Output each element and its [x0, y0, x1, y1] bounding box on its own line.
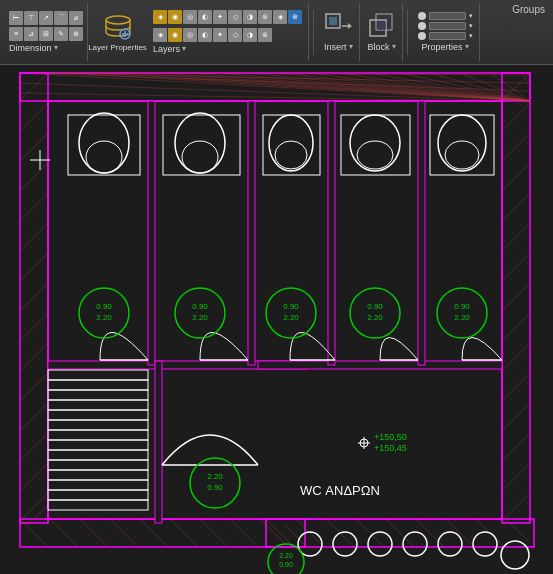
- layer-icon-4[interactable]: ◐: [198, 10, 212, 24]
- properties-controls: ▾ ▾ ▾: [418, 12, 473, 40]
- layer-icon-5[interactable]: ✦: [213, 10, 227, 24]
- svg-text:0.90: 0.90: [96, 302, 112, 311]
- svg-line-47: [20, 433, 48, 461]
- toolbar-group-properties: ▾ ▾ ▾ Properties ▾: [412, 3, 480, 61]
- svg-line-72: [140, 519, 168, 547]
- svg-line-35: [20, 73, 48, 101]
- svg-rect-137: [48, 430, 148, 440]
- layer-icon-17[interactable]: ◑: [243, 28, 257, 42]
- svg-line-69: [50, 519, 78, 547]
- wc-label: WC ΑΝΔΡΩΝ: [300, 483, 380, 498]
- dim-icon-9[interactable]: ✎: [54, 27, 68, 41]
- svg-rect-88: [48, 101, 502, 519]
- layer-icon-1[interactable]: ◈: [153, 10, 167, 24]
- block-icon: [368, 12, 396, 40]
- dim-icon-5[interactable]: ⌀: [69, 11, 83, 25]
- svg-line-43: [20, 313, 48, 341]
- svg-rect-92: [248, 101, 255, 365]
- svg-line-80: [296, 519, 324, 547]
- svg-line-17: [20, 93, 480, 101]
- svg-line-56: [502, 193, 530, 221]
- insert-label-row: Insert ▾: [324, 42, 353, 53]
- properties-label: Properties: [422, 42, 463, 53]
- dim-icon-1[interactable]: ⊢: [9, 11, 23, 25]
- svg-line-49: [20, 493, 48, 521]
- layer-icon-8[interactable]: ⊛: [258, 10, 272, 24]
- dim-icon-7[interactable]: ⊿: [24, 27, 38, 41]
- svg-line-42: [20, 283, 48, 311]
- svg-point-159: [268, 544, 304, 574]
- insert-dropdown-arrow[interactable]: ▾: [349, 42, 353, 51]
- layer-icon-13[interactable]: ◎: [183, 28, 197, 42]
- svg-line-18: [70, 73, 530, 101]
- layer-icon-16[interactable]: ◇: [228, 28, 242, 42]
- block-dropdown-arrow[interactable]: ▾: [392, 42, 396, 51]
- svg-text:2.20: 2.20: [283, 313, 299, 322]
- svg-rect-139: [48, 450, 148, 460]
- svg-rect-136: [48, 420, 148, 430]
- svg-rect-10: [378, 22, 386, 30]
- layer-icon-7[interactable]: ◑: [243, 10, 257, 24]
- layer-icon-11[interactable]: ◈: [153, 28, 167, 42]
- svg-point-100: [175, 113, 225, 173]
- svg-line-23: [220, 73, 530, 101]
- svg-point-106: [350, 115, 400, 171]
- svg-rect-144: [48, 500, 148, 510]
- layer-icon-10[interactable]: ⊕: [288, 10, 302, 24]
- layer-icon-14[interactable]: ◐: [198, 28, 212, 42]
- properties-label-row: Properties ▾: [422, 42, 469, 53]
- svg-text:0.90: 0.90: [283, 302, 299, 311]
- properties-row2: ▾: [418, 22, 473, 30]
- dim-icon-3[interactable]: ↗: [39, 11, 53, 25]
- dim-icon-10[interactable]: ⊕: [69, 27, 83, 41]
- prop-arrow-1[interactable]: ▾: [469, 12, 473, 20]
- layer-icon-2[interactable]: ◉: [168, 10, 182, 24]
- layers-dropdown-arrow[interactable]: ▾: [182, 44, 186, 53]
- layer-icon-18[interactable]: ⊛: [258, 28, 272, 42]
- toolbar-separator-2: [407, 10, 408, 55]
- svg-line-52: [502, 73, 530, 101]
- svg-line-63: [502, 403, 530, 431]
- svg-point-158: [501, 541, 529, 569]
- dim-icon-4[interactable]: ⌒: [54, 11, 68, 25]
- svg-line-36: [20, 103, 48, 131]
- layer-icon-3[interactable]: ◎: [183, 10, 197, 24]
- dim-icon-6[interactable]: ≡: [9, 27, 23, 41]
- prop-bar-3[interactable]: [429, 32, 466, 40]
- dimension-icons-top: ⊢ ⊤ ↗ ⌒ ⌀: [9, 11, 83, 25]
- properties-dropdown-arrow[interactable]: ▾: [465, 42, 469, 51]
- toolbar: ⊢ ⊤ ↗ ⌒ ⌀ ≡ ⊿ ⊞ ✎ ⊕ Dimension ▾: [0, 0, 553, 65]
- svg-text:2.20: 2.20: [454, 313, 470, 322]
- svg-line-45: [20, 373, 48, 401]
- layer-icon-15[interactable]: ✦: [213, 28, 227, 42]
- prop-bar-1[interactable]: [429, 12, 466, 20]
- svg-line-39: [20, 193, 48, 221]
- svg-point-97: [79, 113, 129, 173]
- svg-point-0: [106, 16, 130, 24]
- prop-dot-3: [418, 32, 426, 40]
- prop-bar-2[interactable]: [429, 22, 466, 30]
- dim-icon-8[interactable]: ⊞: [39, 27, 53, 41]
- svg-line-57: [502, 223, 530, 251]
- svg-text:2.20: 2.20: [367, 313, 383, 322]
- svg-line-41: [20, 253, 48, 281]
- drawing-area[interactable]: 0.90 2.20 0.90 2.20 0.90 2.20 0.90 2.20 …: [0, 65, 553, 574]
- svg-line-75: [230, 519, 258, 547]
- svg-rect-143: [48, 490, 148, 500]
- svg-line-12: [20, 73, 530, 101]
- prop-arrow-2[interactable]: ▾: [469, 22, 473, 30]
- svg-line-58: [502, 253, 530, 281]
- svg-rect-134: [48, 400, 148, 410]
- svg-line-76: [260, 519, 288, 547]
- svg-marker-7: [348, 23, 352, 29]
- layer-icon-9[interactable]: ◈: [273, 10, 287, 24]
- dim-icon-2[interactable]: ⊤: [24, 11, 38, 25]
- layer-icon-6[interactable]: ◇: [228, 10, 242, 24]
- layer-properties-button[interactable]: Layer Properties: [90, 4, 145, 60]
- insert-icon: [324, 12, 352, 40]
- prop-arrow-3[interactable]: ▾: [469, 32, 473, 40]
- svg-point-98: [86, 141, 122, 173]
- cad-drawing: 0.90 2.20 0.90 2.20 0.90 2.20 0.90 2.20 …: [0, 65, 553, 574]
- dimension-dropdown-arrow[interactable]: ▾: [54, 43, 58, 52]
- layer-icon-12[interactable]: ◉: [168, 28, 182, 42]
